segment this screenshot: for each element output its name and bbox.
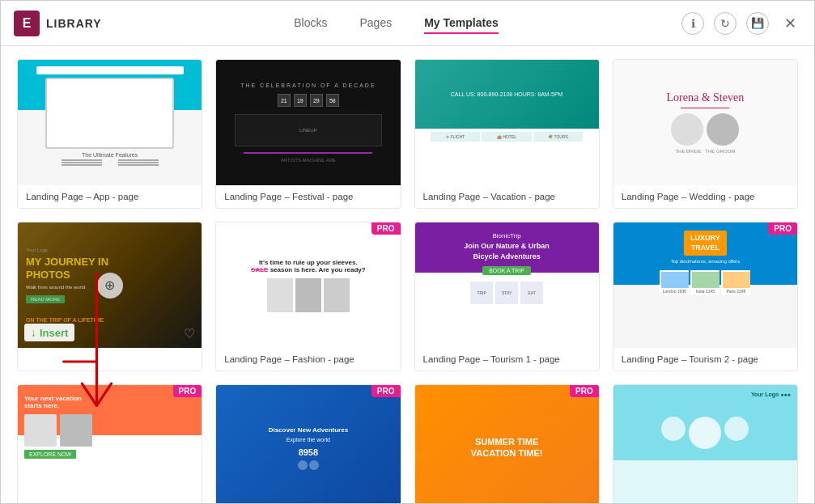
thumb-vacation2-visual: Your next vacationstarts here. EXPLORE N… [18,385,202,503]
template-card-fashion[interactable]: PRO It's time to rule up your sleeves.SA… [215,222,401,371]
card-thumbnail: Lorena & Steven THE BRIDE THE GROOM [613,60,797,185]
thumb-festival-visual: THE CELEBRATION OF A DECADE 21 19 29 58 … [216,60,400,185]
template-card-tourism1[interactable]: BionicTrip Join Our Nature & UrbanBicycl… [414,222,600,371]
pro-badge: PRO [768,222,797,235]
favorite-icon[interactable]: ♡ [184,326,195,341]
logo-area: E LIBRARY [14,11,111,36]
insert-arrow-icon: ↓ [31,326,36,339]
save-icon-button[interactable]: 💾 [746,12,769,35]
library-title: LIBRARY [46,17,102,30]
thumb-tourism1-visual: BionicTrip Join Our Nature & UrbanBicycl… [415,222,599,348]
thumb-fashion-visual: It's time to rule up your sleeves.SALE s… [216,222,400,348]
pro-badge: PRO [570,385,599,397]
tab-pages[interactable]: Pages [359,13,392,34]
tab-blocks[interactable]: Blocks [294,13,327,34]
pro-badge: PRO [173,385,202,397]
close-icon: ✕ [784,15,796,32]
close-button[interactable]: ✕ [779,12,801,35]
template-card-vacation2[interactable]: PRO Your next vacationstarts here. EXPLO… [17,384,202,503]
card-thumbnail: Your Logo ●●● [613,385,797,503]
thumb-wedding-visual: Lorena & Steven THE BRIDE THE GROOM [613,60,797,185]
card-thumbnail: PRO LUXURYTRAVEL Top destinations, amazi… [613,222,797,348]
card-label: Landing Page – Tourism 1 - page [415,348,599,371]
card-hover-overlay: ↓ Insert ♡ [18,222,202,348]
header: E LIBRARY Blocks Pages My Templates ℹ ↻ … [1,1,814,46]
save-icon: 💾 [751,17,764,29]
card-thumbnail: BionicTrip Join Our Nature & UrbanBicycl… [415,222,599,348]
insert-button[interactable]: ↓ Insert [24,324,74,341]
thumb-adventure-visual: Discover New AdventuresExplore the world… [216,385,400,503]
card-thumbnail: CALL US: 800-890-2108 HOURS: 8AM-5PM ✈ F… [415,60,599,185]
elementor-logo: E [14,11,40,36]
template-grid-content[interactable]: The Ultimate Features [1,46,814,503]
template-grid: The Ultimate Features [17,59,798,503]
card-thumbnail: PRO SUMMER TIMEVACATION TIME! [415,385,599,503]
card-thumbnail: The Ultimate Features [18,60,202,185]
card-label: Landing Page – Wedding - page [613,185,797,208]
library-modal: E LIBRARY Blocks Pages My Templates ℹ ↻ … [0,0,815,504]
tab-my-templates[interactable]: My Templates [424,13,499,34]
template-card-summer[interactable]: PRO SUMMER TIMEVACATION TIME! [414,384,600,503]
thumb-summer-visual: SUMMER TIMEVACATION TIME! [415,385,599,503]
tab-nav: Blocks Pages My Templates [111,13,681,34]
template-card-festival[interactable]: THE CELEBRATION OF A DECADE 21 19 29 58 … [215,59,401,209]
template-card-wedding[interactable]: Lorena & Steven THE BRIDE THE GROOM Land… [613,59,798,209]
card-thumbnail: PRO It's time to rule up your sleeves.SA… [216,222,400,348]
card-label: Landing Page – App - page [18,185,202,208]
template-card-family[interactable]: Your Logo ●●● [613,384,798,503]
card-label: Landing Page – Tourism 2 - page [613,348,797,371]
template-card-app[interactable]: The Ultimate Features [17,59,202,209]
pro-badge: PRO [371,385,401,397]
pro-badge: PRO [371,222,401,235]
refresh-icon-button[interactable]: ↻ [714,12,736,35]
info-icon-button[interactable]: ℹ [681,12,704,35]
thumb-tourism2-visual: LUXURYTRAVEL Top destinations, amazing o… [613,222,797,348]
card-label: Landing Page – Fashion - page [216,348,400,371]
template-card-adventure[interactable]: PRO Discover New AdventuresExplore the w… [215,384,401,503]
template-card-photography[interactable]: Your Logo MY JOURNEY INPHOTOS Walk from … [17,222,202,371]
refresh-icon: ↻ [720,17,730,30]
card-label: Landing Page – Festival - page [216,185,400,208]
card-label: Landing Page – Vacation - page [415,185,599,208]
header-actions: ℹ ↻ 💾 ✕ [681,12,801,35]
card-thumbnail: PRO Discover New AdventuresExplore the w… [216,385,400,503]
card-thumbnail: Your Logo MY JOURNEY INPHOTOS Walk from … [18,222,202,348]
card-thumbnail: PRO Your next vacationstarts here. EXPLO… [18,385,202,503]
thumb-family-visual: Your Logo ●●● [613,385,797,503]
info-icon: ℹ [691,17,695,30]
template-card-vacation[interactable]: CALL US: 800-890-2108 HOURS: 8AM-5PM ✈ F… [414,59,600,209]
thumb-app-visual: The Ultimate Features [18,60,202,185]
template-card-tourism2[interactable]: PRO LUXURYTRAVEL Top destinations, amazi… [613,222,798,371]
thumb-vacation-visual: CALL US: 800-890-2108 HOURS: 8AM-5PM ✈ F… [415,60,599,185]
card-thumbnail: THE CELEBRATION OF A DECADE 21 19 29 58 … [216,60,400,185]
